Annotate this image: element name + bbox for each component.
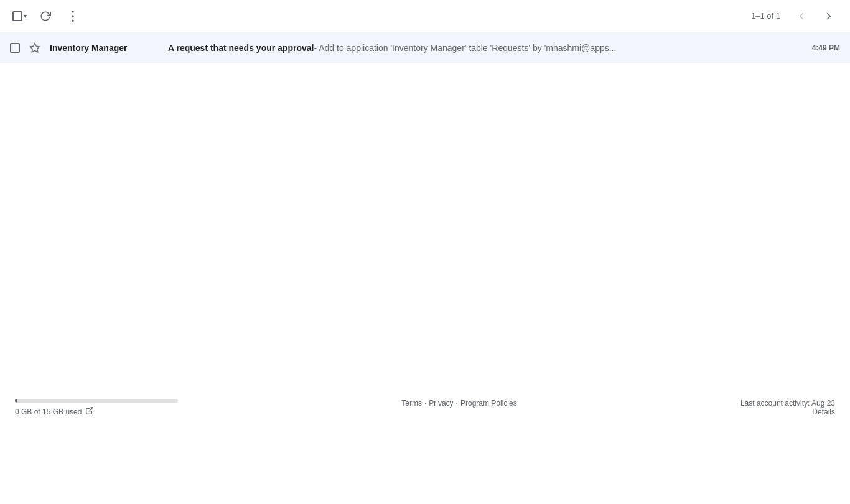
email-list: Inventory Manager A request that needs y… <box>0 32 850 63</box>
star-outline-icon <box>29 42 40 54</box>
select-all-checkbox[interactable]: ▾ <box>10 9 29 24</box>
next-page-button[interactable] <box>818 5 840 27</box>
toolbar: ▾ 1–1 of 1 <box>0 0 850 32</box>
last-activity-section: Last account activity: Aug 23 Details <box>740 399 835 416</box>
terms-link[interactable]: Terms <box>401 399 422 408</box>
refresh-icon <box>40 11 51 22</box>
toolbar-left: ▾ <box>10 5 84 27</box>
email-subject: A request that needs your approval - Add… <box>168 43 802 53</box>
footer: 0 GB of 15 GB used Terms · Privacy · Pro… <box>0 399 850 417</box>
pagination-text: 1–1 of 1 <box>751 11 780 21</box>
subject-bold: A request that needs your approval <box>168 43 314 53</box>
svg-point-0 <box>72 11 74 13</box>
storage-text: 0 GB of 15 GB used <box>15 406 178 417</box>
checkbox-dropdown-icon: ▾ <box>24 12 27 19</box>
storage-section: 0 GB of 15 GB used <box>15 399 178 417</box>
external-link-icon[interactable] <box>85 406 94 417</box>
toolbar-right: 1–1 of 1 <box>751 5 840 27</box>
sender-name: Inventory Manager <box>50 43 168 53</box>
open-external-icon <box>85 406 94 415</box>
footer-links: Terms · Privacy · Program Policies <box>401 399 516 408</box>
storage-used-label: 0 GB of 15 GB used <box>15 408 82 416</box>
email-row[interactable]: Inventory Manager A request that needs y… <box>0 32 850 63</box>
chevron-left-icon <box>796 11 807 22</box>
subject-preview: - Add to application 'Inventory Manager'… <box>314 43 616 53</box>
details-link[interactable]: Details <box>740 408 835 416</box>
svg-point-2 <box>72 19 74 22</box>
star-icon[interactable] <box>27 40 42 55</box>
storage-bar-container <box>15 399 178 403</box>
program-policies-link[interactable]: Program Policies <box>460 399 517 408</box>
more-options-button[interactable] <box>62 5 84 27</box>
more-icon <box>72 11 74 22</box>
privacy-link[interactable]: Privacy <box>429 399 453 408</box>
storage-bar-fill <box>15 399 17 403</box>
svg-point-1 <box>72 15 74 17</box>
refresh-button[interactable] <box>34 5 57 27</box>
svg-line-4 <box>89 408 93 411</box>
checkbox-square-icon <box>12 11 22 21</box>
last-activity-text: Last account activity: Aug 23 <box>740 399 835 408</box>
chevron-right-icon <box>823 11 834 22</box>
prev-page-button[interactable] <box>790 5 813 27</box>
email-time: 4:49 PM <box>812 44 840 52</box>
svg-marker-3 <box>30 43 40 52</box>
email-checkbox[interactable] <box>10 43 20 53</box>
